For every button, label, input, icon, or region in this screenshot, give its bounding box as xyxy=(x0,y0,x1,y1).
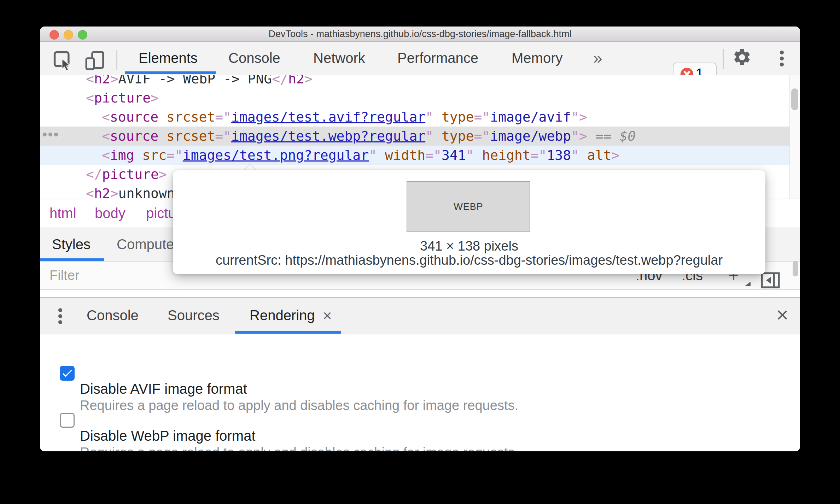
active-tab-underline xyxy=(125,71,216,74)
breadcrumb-body[interactable]: body xyxy=(95,199,126,227)
more-options-icon[interactable] xyxy=(780,51,784,66)
drawer-more-options-icon[interactable] xyxy=(58,308,62,324)
tab-memory[interactable]: Memory xyxy=(512,42,562,74)
toolbar-divider xyxy=(116,50,117,70)
node-more-actions-icon[interactable] xyxy=(43,133,58,136)
dom-tree-line[interactable]: <source srcset="images/test.avif?regular… xyxy=(40,107,789,127)
rendering-tab-close-icon[interactable]: × xyxy=(323,298,332,333)
rendering-panel: Disable AVIF image format Requires a pag… xyxy=(40,334,800,451)
drawer-close-icon[interactable]: × xyxy=(772,298,793,333)
drawer-tab-console[interactable]: Console xyxy=(87,298,139,333)
dom-tree-line[interactable]: <source srcset="images/test.webp?regular… xyxy=(40,127,789,146)
settings-gear-icon[interactable] xyxy=(732,47,752,69)
styles-filter-input[interactable]: Filter xyxy=(49,262,79,288)
disable-webp-label[interactable]: Disable WebP image format xyxy=(80,428,256,444)
title-bar: DevTools - mathiasbynens.github.io/css-d… xyxy=(40,27,800,42)
image-preview-tooltip: WEBP 341 × 138 pixels currentSrc: https:… xyxy=(173,170,765,274)
resource-link[interactable]: images/test.webp?regular xyxy=(231,128,425,144)
image-current-src: currentSrc: https://mathiasbynens.github… xyxy=(173,253,765,268)
toolbar-divider xyxy=(723,49,724,69)
disable-webp-description: Requires a page reload to apply and disa… xyxy=(80,445,518,451)
dom-tree-line[interactable]: <img src="images/test.png?regular" width… xyxy=(40,146,789,165)
image-preview-label: WEBP xyxy=(407,182,530,232)
tab-performance[interactable]: Performance xyxy=(397,42,478,74)
devtools-window: DevTools - mathiasbynens.github.io/css-d… xyxy=(40,27,800,451)
resource-link[interactable]: images/test.png?regular xyxy=(183,147,369,163)
tab-console[interactable]: Console xyxy=(228,42,280,74)
new-rule-dropdown-icon[interactable] xyxy=(745,282,751,286)
tab-network[interactable]: Network xyxy=(313,42,365,74)
styles-scrollbar-thumb[interactable] xyxy=(793,261,798,276)
tab-computed[interactable]: Computed xyxy=(117,228,182,260)
disable-avif-label[interactable]: Disable AVIF image format xyxy=(80,381,247,397)
drawer-toolbar: Console Sources Rendering × xyxy=(40,297,800,335)
tab-elements[interactable]: Elements xyxy=(139,42,198,74)
drawer-tab-sources[interactable]: Sources xyxy=(168,298,220,333)
active-tab-underline xyxy=(40,258,104,261)
resource-link[interactable]: images/test.avif?regular xyxy=(231,109,425,125)
image-preview-thumbnail: WEBP xyxy=(407,181,530,232)
window-title: DevTools - mathiasbynens.github.io/css-d… xyxy=(40,27,800,41)
main-toolbar: Elements Console Network Performance Mem… xyxy=(40,42,800,76)
disable-avif-checkbox[interactable] xyxy=(60,366,75,381)
image-dimensions: 341 × 138 pixels xyxy=(173,239,765,254)
disable-avif-description: Requires a page reload to apply and disa… xyxy=(80,398,518,413)
elements-scrollbar-thumb[interactable] xyxy=(791,88,798,110)
more-tabs-icon[interactable]: » xyxy=(593,42,602,74)
active-tab-underline xyxy=(235,331,341,334)
dom-tree-line[interactable]: <picture> xyxy=(40,88,789,107)
toggle-sidebar-icon[interactable] xyxy=(761,272,780,290)
drawer-tab-rendering[interactable]: Rendering xyxy=(250,298,315,333)
breadcrumb-html[interactable]: html xyxy=(49,199,76,227)
dom-tree-line[interactable]: <h2>AVIF -> WebP -> PNG</h2> xyxy=(40,75,789,88)
inspect-element-icon[interactable] xyxy=(53,51,74,73)
tab-styles[interactable]: Styles xyxy=(52,228,91,260)
disable-webp-checkbox[interactable] xyxy=(60,413,75,428)
device-toolbar-icon[interactable] xyxy=(84,50,106,73)
